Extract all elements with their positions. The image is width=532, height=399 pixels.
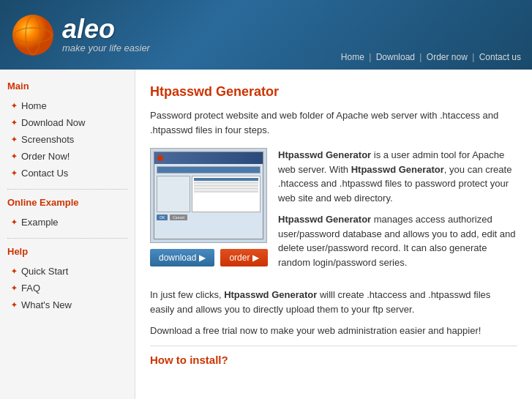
desc-bold-1: Htpasswd Generator bbox=[278, 149, 371, 160]
bullet-icon: ✦ bbox=[11, 218, 17, 226]
sidebar-item-contact[interactable]: ✦ Contact Us bbox=[7, 165, 127, 182]
bullet-icon: ✦ bbox=[11, 119, 17, 127]
sidebar: Main ✦ Home ✦ Download Now ✦ Screenshots… bbox=[0, 70, 135, 399]
page-title: Htpasswd Generator bbox=[150, 84, 517, 100]
btn-row: download ▶ order ▶ bbox=[150, 249, 267, 266]
main-layout: Main ✦ Home ✦ Download Now ✦ Screenshots… bbox=[0, 70, 532, 399]
sidebar-item-whatsnew[interactable]: ✦ What's New bbox=[7, 297, 127, 313]
nav-home[interactable]: Home bbox=[341, 52, 364, 62]
logo-icon bbox=[11, 13, 55, 57]
sidebar-item-faq[interactable]: ✦ FAQ bbox=[7, 280, 127, 297]
header: aleo make your life easier Home | Downlo… bbox=[0, 0, 532, 70]
sidebar-section-help: Help bbox=[7, 246, 127, 257]
desc-para-3: In just few clicks, Htpasswd Generator w… bbox=[150, 288, 517, 316]
content-area: Htpasswd Generator Password protect webs… bbox=[135, 70, 532, 399]
bullet-icon: ✦ bbox=[11, 102, 17, 110]
nav-download[interactable]: Download bbox=[376, 52, 415, 62]
screenshot-titlebar bbox=[154, 152, 263, 164]
sidebar-section-main: Main bbox=[7, 81, 127, 92]
bullet-icon: ✦ bbox=[11, 284, 17, 292]
desc-bold-2: Htpasswd Generator bbox=[351, 164, 444, 175]
sidebar-item-example[interactable]: ✦ Example bbox=[7, 214, 127, 231]
order-arrow-icon: ▶ bbox=[252, 253, 259, 263]
sidebar-item-home[interactable]: ✦ Home bbox=[7, 97, 127, 114]
screenshot-inner: OK Cancel bbox=[154, 152, 263, 239]
description-text: Htpasswd Generator is a user admin tool … bbox=[278, 148, 517, 277]
desc-para-1: Htpasswd Generator is a user admin tool … bbox=[278, 148, 517, 205]
bullet-icon: ✦ bbox=[11, 152, 17, 160]
screenshot-body: OK Cancel bbox=[154, 164, 263, 239]
bullet-icon: ✦ bbox=[11, 169, 17, 177]
nav-contact[interactable]: Contact us bbox=[479, 52, 521, 62]
download-arrow-icon: ▶ bbox=[199, 253, 206, 263]
desc-para-2: Htpasswd Generator manages access author… bbox=[278, 212, 517, 269]
order-button[interactable]: order ▶ bbox=[220, 249, 268, 266]
product-screenshot: OK Cancel bbox=[150, 148, 267, 243]
desc-bold-4: Htpasswd Generator bbox=[224, 289, 317, 300]
svg-point-0 bbox=[12, 15, 53, 56]
bullet-icon: ✦ bbox=[11, 135, 17, 143]
sidebar-section-example: Online Example bbox=[7, 197, 127, 208]
header-nav: Home | Download | Order now | Contact us bbox=[341, 52, 521, 62]
bullet-icon: ✦ bbox=[11, 267, 17, 275]
desc-bold-3: Htpasswd Generator bbox=[278, 214, 371, 225]
desc-text-bottom: In just few clicks, Htpasswd Generator w… bbox=[150, 288, 517, 368]
sidebar-item-screenshots[interactable]: ✦ Screenshots bbox=[7, 131, 127, 148]
sidebar-item-quickstart[interactable]: ✦ Quick Start bbox=[7, 263, 127, 280]
sidebar-divider-1 bbox=[7, 189, 127, 190]
logo-tagline: make your life easier bbox=[62, 42, 150, 53]
screenshot-close-dot bbox=[157, 155, 163, 161]
desc-para-4: Download a free trial now to make your w… bbox=[150, 324, 517, 338]
sidebar-item-download[interactable]: ✦ Download Now bbox=[7, 114, 127, 131]
logo-container: aleo make your life easier bbox=[11, 13, 150, 57]
screenshot-container: OK Cancel download ▶ order ▶ bbox=[150, 148, 267, 277]
bullet-icon: ✦ bbox=[11, 301, 17, 309]
sidebar-divider-2 bbox=[7, 238, 127, 239]
intro-text: Password protect website and web folder … bbox=[150, 108, 517, 137]
desc-text-3: In just few clicks, bbox=[150, 289, 224, 300]
section-sub-title: How to install? bbox=[150, 346, 517, 369]
logo-name: aleo bbox=[62, 16, 150, 42]
download-button[interactable]: download ▶ bbox=[150, 249, 214, 266]
nav-order[interactable]: Order now bbox=[427, 52, 468, 62]
product-section: OK Cancel download ▶ order ▶ bbox=[150, 148, 517, 277]
sidebar-item-order[interactable]: ✦ Order Now! bbox=[7, 148, 127, 165]
logo-text: aleo make your life easier bbox=[62, 16, 150, 53]
